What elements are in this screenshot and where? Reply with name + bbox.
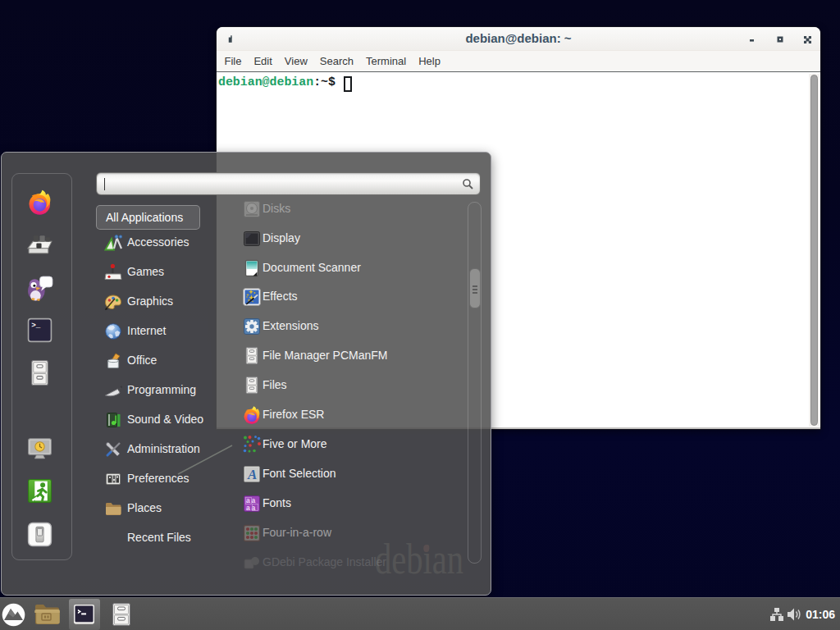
svg-text:a: a (246, 504, 250, 512)
svg-text:A: A (247, 467, 257, 482)
svg-text:>_: >_ (31, 321, 41, 330)
